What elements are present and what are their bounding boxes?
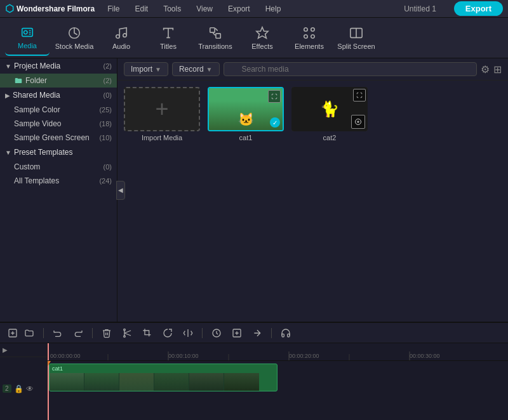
speed-button[interactable] [209, 325, 224, 341]
sample-green-label: Sample Green Screen [14, 133, 90, 142]
tool-split-screen[interactable]: Split Screen [334, 20, 378, 56]
timeline-toolbar [0, 323, 508, 343]
cut-button[interactable] [119, 325, 135, 341]
shared-media-header[interactable]: ▶ Shared Media (0) [0, 88, 117, 103]
sample-video-label: Sample Video [14, 119, 62, 128]
sidebar-item-sample-video[interactable]: Sample Video (18) [0, 117, 117, 131]
cat2-fullscreen-icon[interactable] [353, 89, 366, 102]
tool-audio[interactable]: Audio [99, 20, 144, 56]
ripple-button[interactable] [250, 325, 265, 341]
bottom-left-icons [5, 325, 37, 341]
menu-file[interactable]: File [105, 3, 122, 15]
menu-edit[interactable]: Edit [132, 3, 150, 15]
main-area: ▼ Project Media (2) Folder (2) ▶ Shared … [0, 58, 508, 322]
all-templates-count: (24) [99, 177, 112, 185]
playhead [48, 361, 49, 420]
clip-frame-3 [119, 373, 154, 391]
undo-button[interactable] [50, 325, 65, 341]
delete-button[interactable] [99, 325, 114, 341]
plus-icon: + [155, 96, 168, 122]
import-dropdown-icon[interactable]: ▼ [155, 66, 161, 73]
clip-name-label: cat1 [52, 365, 63, 372]
lock-icon[interactable]: 🔒 [14, 384, 23, 393]
toolbar-separator-2 [92, 328, 93, 338]
menu-help[interactable]: Help [263, 3, 284, 15]
sample-video-count: (18) [99, 120, 112, 128]
toolbar-separator-4 [271, 328, 272, 338]
mirror-button[interactable] [180, 325, 196, 341]
preset-templates-arrow: ▼ [5, 149, 11, 156]
crop-button[interactable] [140, 325, 155, 341]
tool-transitions[interactable]: Transitions [193, 20, 237, 56]
menu-view[interactable]: View [194, 3, 215, 15]
folder-icon[interactable] [22, 325, 37, 341]
cat2-label: cat2 [323, 134, 337, 141]
rotate-button[interactable] [160, 325, 175, 341]
media-grid: + Import Media ✓ cat1 [117, 81, 508, 322]
project-media-header[interactable]: ▼ Project Media (2) [0, 58, 117, 74]
tool-media-label: Media [18, 42, 37, 49]
track-label-video: 2 🔒 👁 [0, 357, 47, 420]
custom-count: (0) [104, 163, 112, 171]
cat1-fullscreen-icon[interactable] [268, 90, 281, 103]
media-item-cat2[interactable]: cat2 [291, 87, 368, 141]
sidebar-item-all-templates[interactable]: All Templates (24) [0, 174, 117, 188]
import-media-item[interactable]: + Import Media [124, 87, 200, 141]
add-track-icon[interactable] [5, 325, 20, 341]
tool-elements[interactable]: Elements [287, 20, 331, 56]
collapse-sidebar-button[interactable]: ◀ [116, 181, 125, 200]
cat1-thumb[interactable]: ✓ [208, 87, 284, 131]
import-thumb[interactable]: + [124, 87, 200, 131]
clip-frame-1 [50, 373, 84, 391]
record-dropdown-icon[interactable]: ▼ [206, 66, 213, 73]
grid-view-icon[interactable]: ⊞ [493, 63, 502, 75]
sidebar-item-sample-color[interactable]: Sample Color (25) [0, 103, 117, 117]
folder-label: Folder [25, 76, 47, 85]
section-project-media: ▼ Project Media (2) Folder (2) [0, 58, 117, 88]
cat2-add-icon[interactable] [351, 115, 365, 129]
app-logo: ⬡ Wondershare Filmora [5, 3, 95, 15]
tool-effects[interactable]: Effects [240, 20, 284, 56]
timeline-clip-cat1[interactable]: cat1 [49, 364, 277, 391]
tool-split-label: Split Screen [337, 43, 375, 50]
media-item-cat1[interactable]: ✓ cat1 [208, 87, 284, 141]
content-panel: Import ▼ Record ▼ 🔍 ⚙ ⊞ + Import Media [117, 58, 508, 322]
menu-tools[interactable]: Tools [161, 3, 184, 15]
sidebar-item-folder[interactable]: Folder (2) [0, 74, 117, 88]
search-input[interactable] [224, 62, 477, 76]
eye-icon[interactable]: 👁 [26, 384, 34, 393]
shared-media-label: Shared Media [13, 91, 60, 100]
svg-point-9 [311, 27, 315, 31]
record-button[interactable]: Record ▼ [172, 62, 220, 76]
record-label: Record [179, 65, 204, 74]
timeline-body: ▶ 2 🔒 👁 00:00:00:00 00:00:10:00 00:00:20… [0, 343, 508, 420]
svg-point-8 [304, 27, 308, 31]
tool-titles[interactable]: Titles [146, 20, 190, 56]
import-button[interactable]: Import ▼ [124, 62, 168, 76]
svg-point-10 [304, 34, 308, 38]
zoom-fit-button[interactable] [229, 325, 244, 341]
sidebar-item-custom[interactable]: Custom (0) [0, 160, 117, 174]
sidebar-item-sample-green[interactable]: Sample Green Screen (10) [0, 131, 117, 145]
sample-color-count: (25) [99, 106, 112, 114]
section-preset-templates: ▼ Preset Templates Custom (0) All Templa… [0, 145, 117, 188]
audio-btn[interactable] [278, 325, 293, 341]
svg-marker-7 [257, 27, 268, 37]
filter-icon[interactable]: ⚙ [481, 63, 490, 75]
tool-effects-label: Effects [251, 43, 272, 50]
svg-point-11 [311, 34, 315, 38]
cat1-selected-check: ✓ [270, 117, 280, 128]
tool-stock-media[interactable]: Stock Media [52, 20, 97, 56]
preset-templates-header[interactable]: ▼ Preset Templates [0, 145, 117, 160]
redo-button[interactable] [70, 325, 86, 341]
tool-media[interactable]: Media [5, 20, 50, 56]
main-toolbar: Media Stock Media Audio Titles Transitio… [0, 18, 508, 58]
cat2-thumb[interactable] [291, 87, 368, 131]
clip-frame-2 [84, 373, 119, 391]
shared-media-arrow: ▶ [5, 92, 10, 99]
export-button[interactable]: Export [454, 1, 503, 16]
playhead-triangle [48, 361, 51, 366]
tool-audio-label: Audio [112, 43, 130, 50]
project-media-arrow: ▼ [5, 63, 11, 70]
menu-export[interactable]: Export [225, 3, 253, 15]
